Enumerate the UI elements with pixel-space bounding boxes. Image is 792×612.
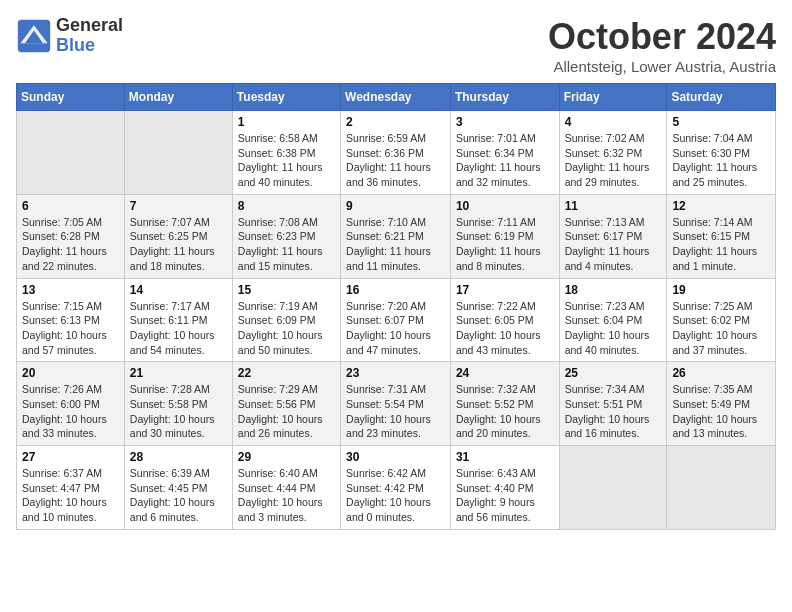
calendar-cell: 30Sunrise: 6:42 AM Sunset: 4:42 PM Dayli… [341, 446, 451, 530]
day-info: Sunrise: 7:07 AM Sunset: 6:25 PM Dayligh… [130, 215, 227, 274]
calendar-cell: 20Sunrise: 7:26 AM Sunset: 6:00 PM Dayli… [17, 362, 125, 446]
day-number: 9 [346, 199, 445, 213]
day-info: Sunrise: 7:25 AM Sunset: 6:02 PM Dayligh… [672, 299, 770, 358]
day-info: Sunrise: 7:20 AM Sunset: 6:07 PM Dayligh… [346, 299, 445, 358]
day-number: 24 [456, 366, 554, 380]
calendar-cell [559, 446, 667, 530]
logo-line2: Blue [56, 36, 123, 56]
calendar-week-4: 20Sunrise: 7:26 AM Sunset: 6:00 PM Dayli… [17, 362, 776, 446]
calendar-cell: 22Sunrise: 7:29 AM Sunset: 5:56 PM Dayli… [232, 362, 340, 446]
calendar-cell: 17Sunrise: 7:22 AM Sunset: 6:05 PM Dayli… [450, 278, 559, 362]
day-info: Sunrise: 7:28 AM Sunset: 5:58 PM Dayligh… [130, 382, 227, 441]
calendar-cell: 24Sunrise: 7:32 AM Sunset: 5:52 PM Dayli… [450, 362, 559, 446]
day-info: Sunrise: 6:58 AM Sunset: 6:38 PM Dayligh… [238, 131, 335, 190]
calendar-cell: 10Sunrise: 7:11 AM Sunset: 6:19 PM Dayli… [450, 194, 559, 278]
calendar-cell: 19Sunrise: 7:25 AM Sunset: 6:02 PM Dayli… [667, 278, 776, 362]
calendar-cell: 16Sunrise: 7:20 AM Sunset: 6:07 PM Dayli… [341, 278, 451, 362]
logo-icon [16, 18, 52, 54]
day-number: 28 [130, 450, 227, 464]
day-info: Sunrise: 7:35 AM Sunset: 5:49 PM Dayligh… [672, 382, 770, 441]
day-number: 21 [130, 366, 227, 380]
day-number: 8 [238, 199, 335, 213]
day-info: Sunrise: 7:05 AM Sunset: 6:28 PM Dayligh… [22, 215, 119, 274]
calendar-cell: 3Sunrise: 7:01 AM Sunset: 6:34 PM Daylig… [450, 111, 559, 195]
weekday-header-friday: Friday [559, 84, 667, 111]
day-number: 16 [346, 283, 445, 297]
day-info: Sunrise: 7:22 AM Sunset: 6:05 PM Dayligh… [456, 299, 554, 358]
logo: General Blue [16, 16, 123, 56]
calendar-cell: 2Sunrise: 6:59 AM Sunset: 6:36 PM Daylig… [341, 111, 451, 195]
weekday-header-sunday: Sunday [17, 84, 125, 111]
weekday-header-thursday: Thursday [450, 84, 559, 111]
day-number: 29 [238, 450, 335, 464]
calendar-cell: 11Sunrise: 7:13 AM Sunset: 6:17 PM Dayli… [559, 194, 667, 278]
day-info: Sunrise: 7:29 AM Sunset: 5:56 PM Dayligh… [238, 382, 335, 441]
day-info: Sunrise: 7:10 AM Sunset: 6:21 PM Dayligh… [346, 215, 445, 274]
day-info: Sunrise: 7:13 AM Sunset: 6:17 PM Dayligh… [565, 215, 662, 274]
day-info: Sunrise: 7:32 AM Sunset: 5:52 PM Dayligh… [456, 382, 554, 441]
day-info: Sunrise: 7:14 AM Sunset: 6:15 PM Dayligh… [672, 215, 770, 274]
calendar-cell [124, 111, 232, 195]
calendar-cell: 21Sunrise: 7:28 AM Sunset: 5:58 PM Dayli… [124, 362, 232, 446]
weekday-header-monday: Monday [124, 84, 232, 111]
day-info: Sunrise: 7:23 AM Sunset: 6:04 PM Dayligh… [565, 299, 662, 358]
calendar-cell: 29Sunrise: 6:40 AM Sunset: 4:44 PM Dayli… [232, 446, 340, 530]
calendar-cell: 8Sunrise: 7:08 AM Sunset: 6:23 PM Daylig… [232, 194, 340, 278]
calendar-week-5: 27Sunrise: 6:37 AM Sunset: 4:47 PM Dayli… [17, 446, 776, 530]
day-info: Sunrise: 6:39 AM Sunset: 4:45 PM Dayligh… [130, 466, 227, 525]
day-info: Sunrise: 7:26 AM Sunset: 6:00 PM Dayligh… [22, 382, 119, 441]
day-info: Sunrise: 7:31 AM Sunset: 5:54 PM Dayligh… [346, 382, 445, 441]
day-info: Sunrise: 7:01 AM Sunset: 6:34 PM Dayligh… [456, 131, 554, 190]
calendar-cell: 15Sunrise: 7:19 AM Sunset: 6:09 PM Dayli… [232, 278, 340, 362]
month-title: October 2024 [548, 16, 776, 58]
day-number: 19 [672, 283, 770, 297]
day-number: 3 [456, 115, 554, 129]
day-number: 13 [22, 283, 119, 297]
day-number: 2 [346, 115, 445, 129]
calendar-cell: 23Sunrise: 7:31 AM Sunset: 5:54 PM Dayli… [341, 362, 451, 446]
calendar-cell: 1Sunrise: 6:58 AM Sunset: 6:38 PM Daylig… [232, 111, 340, 195]
day-info: Sunrise: 6:37 AM Sunset: 4:47 PM Dayligh… [22, 466, 119, 525]
day-number: 18 [565, 283, 662, 297]
day-number: 7 [130, 199, 227, 213]
calendar-cell: 25Sunrise: 7:34 AM Sunset: 5:51 PM Dayli… [559, 362, 667, 446]
logo-line1: General [56, 16, 123, 36]
calendar-cell: 5Sunrise: 7:04 AM Sunset: 6:30 PM Daylig… [667, 111, 776, 195]
day-number: 27 [22, 450, 119, 464]
day-number: 17 [456, 283, 554, 297]
day-info: Sunrise: 7:34 AM Sunset: 5:51 PM Dayligh… [565, 382, 662, 441]
day-info: Sunrise: 6:43 AM Sunset: 4:40 PM Dayligh… [456, 466, 554, 525]
page-header: General Blue October 2024 Allentsteig, L… [16, 16, 776, 75]
day-number: 10 [456, 199, 554, 213]
weekday-header-saturday: Saturday [667, 84, 776, 111]
day-info: Sunrise: 7:11 AM Sunset: 6:19 PM Dayligh… [456, 215, 554, 274]
calendar-cell: 7Sunrise: 7:07 AM Sunset: 6:25 PM Daylig… [124, 194, 232, 278]
calendar-week-2: 6Sunrise: 7:05 AM Sunset: 6:28 PM Daylig… [17, 194, 776, 278]
day-number: 1 [238, 115, 335, 129]
calendar-week-1: 1Sunrise: 6:58 AM Sunset: 6:38 PM Daylig… [17, 111, 776, 195]
calendar-cell: 9Sunrise: 7:10 AM Sunset: 6:21 PM Daylig… [341, 194, 451, 278]
day-info: Sunrise: 7:15 AM Sunset: 6:13 PM Dayligh… [22, 299, 119, 358]
weekday-header-tuesday: Tuesday [232, 84, 340, 111]
day-number: 22 [238, 366, 335, 380]
day-number: 6 [22, 199, 119, 213]
day-info: Sunrise: 6:40 AM Sunset: 4:44 PM Dayligh… [238, 466, 335, 525]
day-number: 12 [672, 199, 770, 213]
title-block: October 2024 Allentsteig, Lower Austria,… [548, 16, 776, 75]
calendar-cell: 27Sunrise: 6:37 AM Sunset: 4:47 PM Dayli… [17, 446, 125, 530]
calendar-cell: 6Sunrise: 7:05 AM Sunset: 6:28 PM Daylig… [17, 194, 125, 278]
logo-text: General Blue [56, 16, 123, 56]
day-number: 26 [672, 366, 770, 380]
calendar-cell: 31Sunrise: 6:43 AM Sunset: 4:40 PM Dayli… [450, 446, 559, 530]
day-number: 11 [565, 199, 662, 213]
day-number: 5 [672, 115, 770, 129]
calendar-cell [667, 446, 776, 530]
day-info: Sunrise: 7:02 AM Sunset: 6:32 PM Dayligh… [565, 131, 662, 190]
calendar-table: SundayMondayTuesdayWednesdayThursdayFrid… [16, 83, 776, 530]
location: Allentsteig, Lower Austria, Austria [548, 58, 776, 75]
calendar-cell: 28Sunrise: 6:39 AM Sunset: 4:45 PM Dayli… [124, 446, 232, 530]
day-info: Sunrise: 7:04 AM Sunset: 6:30 PM Dayligh… [672, 131, 770, 190]
day-number: 31 [456, 450, 554, 464]
day-info: Sunrise: 7:08 AM Sunset: 6:23 PM Dayligh… [238, 215, 335, 274]
calendar-cell [17, 111, 125, 195]
